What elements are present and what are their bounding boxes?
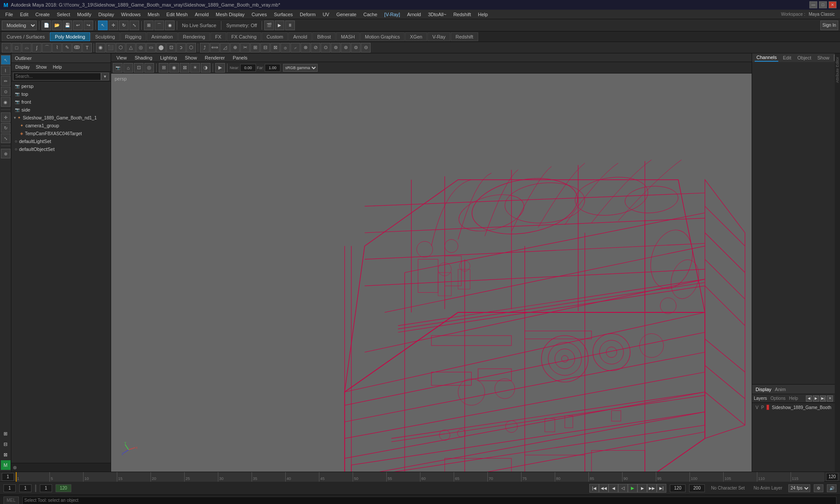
viewport-renderer-menu[interactable]: Renderer bbox=[201, 54, 228, 61]
menu-cache[interactable]: Cache bbox=[360, 11, 381, 18]
render-button[interactable]: ▶ bbox=[275, 21, 284, 30]
soft-select[interactable]: ◉ bbox=[1, 97, 10, 107]
minimize-button[interactable]: — bbox=[809, 1, 817, 8]
current-frame-input[interactable] bbox=[4, 484, 16, 492]
anim-end-input[interactable] bbox=[670, 484, 686, 492]
outliner-item-tempcam[interactable]: ◈ TempCamFBXASC046Target bbox=[11, 130, 111, 137]
menu-create[interactable]: Create bbox=[32, 11, 53, 18]
combine-tool[interactable]: ⊙ bbox=[321, 43, 330, 52]
grid-layout-btn2[interactable]: ⊟ bbox=[1, 439, 10, 449]
tab-custom[interactable]: Custom bbox=[262, 32, 288, 41]
menu-help[interactable]: Help bbox=[474, 11, 491, 18]
anim-tab[interactable]: Anim bbox=[775, 387, 786, 392]
menu-mesh[interactable]: Mesh bbox=[144, 11, 163, 18]
smooth-tool[interactable]: ⌾ bbox=[280, 43, 290, 52]
grid-layout-btn[interactable]: ⊞ bbox=[1, 429, 10, 438]
menu-vray[interactable]: [V-Ray] bbox=[381, 11, 403, 18]
layers-next-btn[interactable]: ▶ bbox=[813, 396, 819, 402]
square-tool[interactable]: □ bbox=[12, 43, 21, 52]
render-settings-button[interactable]: 🎬 bbox=[264, 21, 274, 30]
show-manipulator[interactable]: ⊕ bbox=[1, 149, 10, 158]
scale-tool-v[interactable]: ⤡ bbox=[1, 133, 10, 143]
torus-tool[interactable]: ◎ bbox=[136, 43, 146, 52]
menu-display[interactable]: Display bbox=[95, 11, 118, 18]
viewport-3d[interactable]: persp X Y Z bbox=[111, 74, 752, 472]
menu-modify[interactable]: Modify bbox=[74, 11, 94, 18]
layer-visibility-v[interactable]: V bbox=[756, 405, 759, 410]
pipe-tool[interactable]: ⊡ bbox=[166, 43, 176, 52]
undo-button[interactable]: ↩ bbox=[73, 21, 83, 30]
menu-windows[interactable]: Windows bbox=[118, 11, 144, 18]
offset-tool[interactable]: ⊠ bbox=[270, 43, 280, 52]
menu-3dtoall[interactable]: 3DtoAll~ bbox=[424, 11, 450, 18]
edit-tab[interactable]: Edit bbox=[781, 54, 793, 61]
snap-grid-button[interactable]: ⊞ bbox=[144, 21, 154, 30]
menu-redshift[interactable]: Redshift bbox=[450, 11, 474, 18]
tab-mash[interactable]: MASH bbox=[336, 32, 360, 41]
outliner-search-clear[interactable]: ▼ bbox=[101, 73, 109, 80]
tab-redshift[interactable]: Redshift bbox=[451, 32, 478, 41]
menu-deform[interactable]: Deform bbox=[296, 11, 319, 18]
cylinder-tool[interactable]: ⬡ bbox=[116, 43, 126, 52]
snap-point-button[interactable]: ◉ bbox=[165, 21, 175, 30]
scale-tool-button[interactable]: ⤡ bbox=[130, 21, 139, 30]
vp-home-btn[interactable]: ⌂ bbox=[123, 63, 133, 73]
helix-tool[interactable]: ↂ bbox=[72, 43, 82, 52]
viewport-panels-menu[interactable]: Panels bbox=[229, 54, 251, 61]
play-forward-button[interactable]: ▶ bbox=[628, 484, 637, 493]
menu-edit-mesh[interactable]: Edit Mesh bbox=[163, 11, 191, 18]
circle-tool[interactable]: ○ bbox=[2, 43, 11, 52]
tab-animation[interactable]: Animation bbox=[147, 32, 178, 41]
fps-dropdown[interactable]: 24 fps bbox=[788, 484, 810, 492]
audio-button[interactable]: 🔊 bbox=[827, 484, 836, 492]
outliner-item-lightset[interactable]: ○ defaultLightSet bbox=[11, 137, 111, 145]
sphere-tool[interactable]: ◉ bbox=[96, 43, 105, 52]
range-end-input[interactable] bbox=[826, 473, 838, 481]
tab-vray[interactable]: V-Ray bbox=[427, 32, 450, 41]
tab-bifrost[interactable]: Bifrost bbox=[312, 32, 336, 41]
play-back-button[interactable]: ◁ bbox=[618, 484, 628, 493]
close-button[interactable]: ✕ bbox=[829, 1, 836, 8]
tab-rendering[interactable]: Rendering bbox=[178, 32, 210, 41]
vp-isolate-btn[interactable]: ◎ bbox=[144, 63, 154, 73]
tab-curves-surfaces[interactable]: Curves / Surfaces bbox=[2, 32, 49, 41]
cube-tool[interactable]: ⬛ bbox=[106, 43, 116, 52]
cone-tool[interactable]: △ bbox=[126, 43, 136, 52]
range-start-input[interactable] bbox=[2, 473, 14, 481]
step-back-button[interactable]: ◀◀ bbox=[599, 484, 609, 493]
outliner-search-input[interactable] bbox=[13, 73, 101, 80]
helix3d-tool[interactable]: ↄ bbox=[176, 43, 186, 52]
transfer-tool[interactable]: ⊜ bbox=[351, 43, 360, 52]
bridge-tool[interactable]: ⟺ bbox=[210, 43, 220, 52]
remesh-tool[interactable]: ⌿ bbox=[290, 43, 300, 52]
mel-python-toggle[interactable]: MEL bbox=[4, 497, 19, 504]
window-controls[interactable]: — □ ✕ bbox=[809, 1, 836, 8]
outliner-item-top[interactable]: 📷 top bbox=[11, 90, 111, 98]
outliner-item-front[interactable]: 📷 front bbox=[11, 98, 111, 106]
settings-button[interactable]: ⚙ bbox=[814, 484, 823, 492]
menu-curves[interactable]: Curves bbox=[248, 11, 270, 18]
vp-smooth-shade-btn[interactable]: ◉ bbox=[169, 63, 179, 73]
pencil-tool[interactable]: ✎ bbox=[62, 43, 72, 52]
vp-wireframe-btn[interactable]: ⊞ bbox=[159, 63, 168, 73]
layers-tab-label[interactable]: Layers bbox=[754, 396, 767, 401]
prev-keyframe-button[interactable]: ◀ bbox=[609, 484, 618, 493]
outliner-item-camera-group[interactable]: ✦ camera1_group bbox=[11, 122, 111, 130]
vp-texture-btn[interactable]: ⊠ bbox=[180, 63, 189, 73]
tab-rigging[interactable]: Rigging bbox=[120, 32, 146, 41]
vp-fit-btn[interactable]: ⊡ bbox=[134, 63, 144, 73]
select-tool-button[interactable]: ↖ bbox=[98, 21, 108, 30]
move-tool-button[interactable]: ✛ bbox=[108, 21, 118, 30]
save-file-button[interactable]: 💾 bbox=[63, 21, 72, 30]
layer-item-sideshow[interactable]: V P Sideshow_1889_Game_Booth bbox=[752, 403, 835, 412]
jump-to-start-button[interactable]: |◀ bbox=[589, 484, 599, 493]
layers-close-btn[interactable]: ✕ bbox=[827, 396, 833, 402]
layer-visibility-p[interactable]: P bbox=[761, 405, 764, 410]
wrap-tool[interactable]: ⊝ bbox=[361, 43, 371, 52]
move-tool-v[interactable]: ✛ bbox=[1, 112, 10, 122]
show-tab[interactable]: Show bbox=[816, 54, 831, 61]
maya-logo-bottom[interactable]: M bbox=[1, 460, 10, 470]
outliner-scroll-indicator[interactable] bbox=[13, 466, 17, 469]
play-start-input[interactable] bbox=[40, 484, 52, 492]
outliner-help-menu[interactable]: Help bbox=[51, 64, 64, 70]
